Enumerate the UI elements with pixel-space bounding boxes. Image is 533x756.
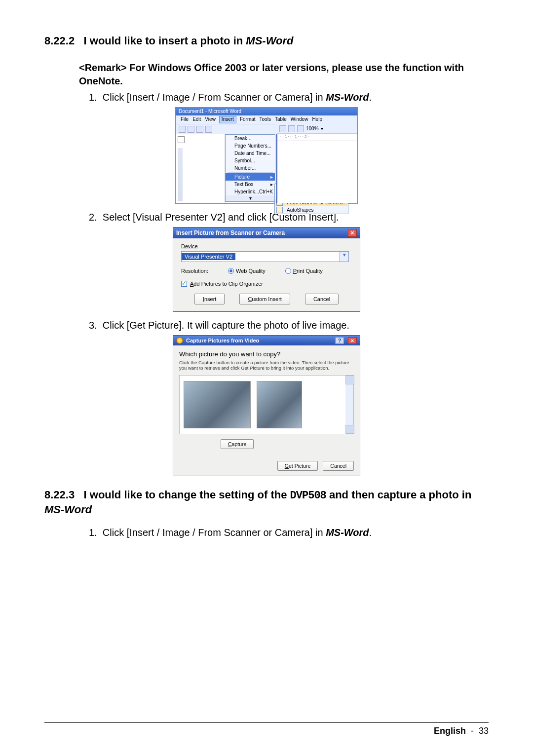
step-text: Click [Get Picture]. It will capture the…	[103, 320, 349, 331]
menu-edit[interactable]: Edit	[192, 116, 201, 123]
mi-number[interactable]: Number...	[226, 164, 275, 172]
resolution-label: Resolution:	[181, 268, 208, 274]
mi-autoshapes[interactable]: AutoShapes	[275, 206, 348, 214]
capture-dialog: Capture Pictures from Video ? × Which pi…	[173, 335, 360, 476]
step-2-1: 1. Click [Insert / Image / From Scanner …	[89, 526, 489, 539]
dialog-title-bar: Capture Pictures from Video ? ×	[173, 336, 360, 345]
help-icon[interactable]: ?	[335, 337, 344, 344]
table-icon[interactable]	[297, 125, 304, 132]
footer-language: English	[434, 726, 466, 736]
word-title-bar: Document1 - Microsoft Word	[176, 108, 357, 115]
section-number: 8.22.3	[44, 489, 75, 501]
expand-icon[interactable]: ▾	[226, 195, 275, 201]
save-icon[interactable]	[196, 126, 203, 133]
radio-print[interactable]: Print Quality	[285, 268, 323, 274]
print-icon[interactable]	[205, 126, 212, 133]
thumbnail-list[interactable]	[179, 375, 354, 434]
model-name: DVP508	[290, 490, 326, 502]
page-footer: English - 33	[44, 722, 489, 736]
chevron-right-icon: ▸	[270, 181, 273, 188]
figure-word-menu: Document1 - Microsoft Word File Edit Vie…	[44, 107, 489, 204]
undo-icon[interactable]	[279, 125, 286, 132]
mi-textbox[interactable]: Text Box ▸	[226, 181, 275, 188]
ruler-corner	[178, 136, 185, 143]
mi-picture[interactable]: Picture ▸	[226, 173, 275, 181]
mi-hyperlink[interactable]: Hyperlink... Ctrl+K	[226, 188, 275, 195]
step-text: Click [Insert / Image / From Scanner or …	[103, 527, 326, 538]
close-icon[interactable]: ×	[348, 229, 357, 237]
cancel-button[interactable]: Cancel	[323, 461, 354, 471]
step-1: 1. Click [Insert / Image / From Scanner …	[89, 91, 489, 104]
section-heading-2: 8.22.3 I would like to change the settin…	[44, 488, 489, 517]
hint-text: Click the Capture button to create a pic…	[179, 360, 354, 371]
dropdown-icon[interactable]: ▾	[340, 252, 348, 262]
radio-on-icon	[228, 268, 234, 274]
step-number: 1.	[89, 527, 97, 538]
scrollbar[interactable]	[345, 376, 353, 434]
step-number: 3.	[89, 320, 97, 331]
menu-help[interactable]: Help	[312, 116, 322, 123]
step-number: 2.	[89, 212, 97, 223]
step-text: Click [Insert / Image / From Scanner or …	[103, 92, 326, 103]
section-title-app: MS-Word	[246, 35, 293, 47]
menu-file[interactable]: File	[181, 116, 189, 123]
step-number: 1.	[89, 92, 97, 103]
open-icon[interactable]	[188, 126, 194, 133]
thumbnail-1[interactable]	[184, 381, 251, 428]
step-app: MS-Word	[326, 92, 369, 103]
custom-insert-button[interactable]: Custom Insert	[239, 294, 290, 304]
device-dropdown[interactable]: Visual Presenter V2 ▾	[181, 251, 349, 262]
question-text: Which picture do you want to copy?	[179, 350, 354, 358]
zoom-value[interactable]: 100%	[306, 126, 319, 131]
mi-date-time[interactable]: Date and Time...	[226, 150, 275, 157]
section-heading-1: 8.22.2 I would like to insert a photo in…	[44, 35, 489, 47]
remark-text: <Remark> For Windows Office 2003 or late…	[79, 61, 489, 88]
footer-page-number: 33	[479, 726, 489, 736]
zoom-dropdown-icon[interactable]: ▾	[321, 126, 323, 131]
app-icon	[176, 337, 183, 344]
radio-off-icon	[285, 268, 291, 274]
shortcut: Ctrl+K	[259, 188, 273, 195]
chevron-right-icon: ▸	[270, 173, 273, 181]
device-label: Device	[181, 243, 352, 249]
radio-web[interactable]: Web Quality	[228, 268, 266, 274]
checkbox-on-icon	[181, 281, 187, 287]
menu-table[interactable]: Table	[275, 116, 287, 123]
step-3: 3. Click [Get Picture]. It will capture …	[89, 319, 489, 332]
insert-dropdown[interactable]: Break... Page Numbers... Date and Time..…	[225, 134, 275, 202]
close-icon[interactable]: ×	[348, 337, 357, 344]
word-left-pane	[176, 134, 225, 203]
menu-insert[interactable]: Insert	[219, 116, 236, 123]
mi-page-numbers[interactable]: Page Numbers...	[226, 142, 275, 150]
menu-window[interactable]: Window	[291, 116, 308, 123]
section-title-pre: I would like to insert a photo in	[84, 35, 246, 47]
word-menu-bar[interactable]: File Edit View Insert Format Tools Table…	[176, 115, 357, 124]
dialog-title-bar: Insert Picture from Scanner or Camera ×	[173, 227, 360, 238]
add-checkbox-row[interactable]: Add Pictures to Clip Organizer	[181, 281, 352, 287]
insert-button[interactable]: Insert	[194, 294, 225, 304]
device-value: Visual Presenter V2	[182, 253, 235, 260]
figure-capture-dialog: Capture Pictures from Video ? × Which pi…	[44, 335, 489, 476]
new-icon[interactable]	[179, 126, 186, 133]
step-app: MS-Word	[326, 527, 369, 538]
word-doc-area: 100% ▾ · · 1 · · · 1 · · · 2 ·	[276, 134, 357, 203]
get-picture-button[interactable]: Get Picture	[277, 461, 318, 471]
cancel-button[interactable]: Cancel	[305, 294, 339, 304]
thumbnail-2[interactable]	[257, 381, 302, 428]
mi-break[interactable]: Break...	[226, 135, 275, 142]
figure-insert-dialog: Insert Picture from Scanner or Camera × …	[44, 227, 489, 312]
autoshapes-icon	[276, 207, 283, 213]
menu-tools[interactable]: Tools	[260, 116, 271, 123]
research-icon[interactable]	[288, 125, 295, 132]
insert-dialog: Insert Picture from Scanner or Camera × …	[173, 227, 360, 312]
capture-button[interactable]: Capture	[221, 439, 254, 449]
ruler: · · 1 · · · 1 · · · 2 ·	[277, 134, 357, 141]
menu-view[interactable]: View	[205, 116, 216, 123]
section-number: 8.22.2	[44, 35, 75, 47]
menu-format[interactable]: Format	[240, 116, 256, 123]
mi-symbol[interactable]: Symbol...	[226, 157, 275, 164]
